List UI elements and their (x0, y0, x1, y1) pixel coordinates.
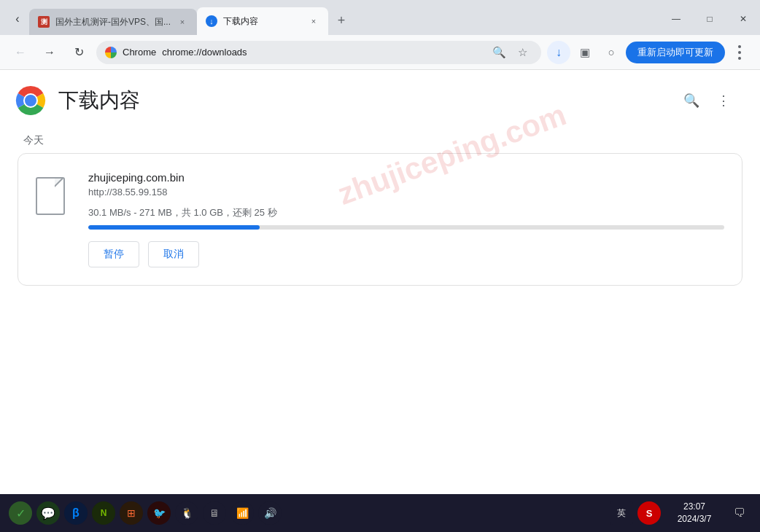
taskbar-mascot-icon[interactable]: 🐧 (175, 501, 198, 525)
taskbar-date: 2024/3/7 (678, 513, 712, 525)
forward-button[interactable]: → (38, 41, 61, 64)
back-button[interactable]: ← (9, 41, 32, 64)
chrome-logo-svg (15, 85, 47, 117)
new-tab-button[interactable]: + (331, 10, 352, 31)
chrome-logo (15, 85, 47, 117)
download-progress-text: 30.1 MB/s - 271 MB，共 1.0 GB，还剩 25 秒 (88, 206, 724, 219)
lang-label: 英 (617, 507, 626, 520)
file-name: zhujiceping.com.bin (88, 171, 724, 184)
address-bar: ← → ↻ Chrome chrome://downloads 🔍 ☆ ↓ ▣ … (0, 35, 760, 70)
sidebar-icon: ▣ (580, 46, 590, 59)
taskbar-grid-icon[interactable]: ⊞ (120, 501, 143, 525)
taskbar-antivirus-icon[interactable]: S (637, 501, 661, 525)
svg-point-2 (25, 95, 36, 106)
taskbar-checkmark-icon[interactable]: ✓ (9, 501, 32, 525)
chevron-left-icon: ‹ (15, 12, 19, 26)
window-controls: — □ ✕ (659, 7, 760, 35)
omnibox-browser-name: Chrome (123, 47, 156, 58)
taskbar-redhat-icon[interactable]: 🐦 (147, 501, 171, 525)
menu-button[interactable] (728, 41, 751, 64)
taskbar-wechat-icon[interactable]: 💬 (36, 501, 60, 525)
tab-active-favicon (206, 15, 217, 27)
bookmark-icon: ☆ (518, 46, 527, 59)
menu-icon (728, 41, 751, 64)
title-bar: ‹ 测 国外主机测评-国外VPS、国... × 下载内容 × + — □ ✕ (0, 0, 760, 35)
update-button[interactable]: 重新启动即可更新 (626, 42, 725, 63)
taskbar-notification-button[interactable]: 🗨 (728, 501, 751, 525)
tab-inactive-title: 国外主机测评-国外VPS、国... (55, 16, 171, 28)
taskbar-nvidia-icon[interactable]: N (92, 501, 115, 525)
tab-inactive-favicon: 测 (38, 16, 50, 28)
page-header-actions: 🔍 ⋮ (678, 87, 737, 114)
taskbar: ✓ 💬 β N ⊞ 🐦 🐧 🖥 📶 🔊 英 S 23:07 2024/3/7 🗨 (0, 494, 760, 532)
taskbar-display-icon[interactable]: 🖥 (203, 501, 226, 525)
omnibox-url: chrome://downloads (162, 47, 483, 58)
close-button[interactable]: ✕ (726, 7, 760, 31)
file-icon-body (36, 177, 65, 215)
antivirus-label: S (646, 508, 653, 519)
taskbar-wifi-icon[interactable]: 📶 (230, 501, 254, 525)
sidebar-button[interactable]: ▣ (573, 41, 597, 64)
omnibox-chrome-logo (105, 47, 117, 58)
page-header-left: 下载内容 (15, 85, 140, 117)
download-info: zhujiceping.com.bin http://38.55.99.158 … (88, 171, 724, 267)
download-icon: ↓ (556, 46, 562, 59)
reload-icon: ↻ (74, 45, 84, 59)
forward-icon: → (44, 46, 55, 59)
file-url: http://38.55.99.158 (88, 187, 724, 197)
taskbar-lang-icon[interactable]: 英 (610, 501, 633, 525)
taskbar-volume-icon[interactable]: 🔊 (258, 501, 282, 525)
file-icon (36, 177, 71, 218)
omnibox-actions: 🔍 ☆ (489, 42, 532, 63)
notification-icon: 🗨 (734, 506, 745, 520)
toolbar-right: ↓ ▣ ○ 重新启动即可更新 (547, 41, 751, 64)
search-button[interactable]: 🔍 (489, 42, 509, 63)
maximize-button[interactable]: □ (693, 7, 726, 31)
plus-icon: + (338, 13, 346, 28)
minimize-button[interactable]: — (659, 7, 693, 31)
file-icon-wrapper (36, 171, 71, 218)
main-content: 下载内容 🔍 ⋮ zhujiceping.com 今天 (0, 70, 760, 494)
page-title: 下载内容 (58, 87, 140, 114)
more-icon: ⋮ (717, 93, 730, 109)
taskbar-bluetooth-icon[interactable]: β (64, 501, 88, 525)
tab-strip-back[interactable]: ‹ (6, 7, 29, 31)
tab-active-close[interactable]: × (308, 15, 319, 27)
more-header-button[interactable]: ⋮ (710, 87, 737, 114)
bookmark-button[interactable]: ☆ (512, 42, 532, 63)
search-header-button[interactable]: 🔍 (678, 87, 705, 114)
pause-button[interactable]: 暂停 (88, 241, 139, 267)
omnibox[interactable]: Chrome chrome://downloads 🔍 ☆ (96, 41, 541, 64)
tab-inactive[interactable]: 测 国外主机测评-国外VPS、国... × (29, 9, 197, 35)
section-label: 今天 (0, 122, 760, 153)
search-icon: 🔍 (492, 46, 506, 59)
file-icon-fold (55, 179, 63, 187)
cancel-button[interactable]: 取消 (148, 241, 199, 267)
tab-active[interactable]: 下载内容 × (197, 7, 328, 35)
profile-button[interactable]: ○ (600, 41, 623, 64)
profile-icon: ○ (608, 46, 614, 58)
download-indicator[interactable]: ↓ (547, 41, 570, 64)
back-icon: ← (15, 46, 26, 59)
taskbar-time-area[interactable]: 23:07 2024/3/7 (665, 501, 724, 525)
reload-button[interactable]: ↻ (67, 41, 90, 64)
download-actions: 暂停 取消 (88, 241, 724, 267)
taskbar-time: 23:07 (683, 501, 705, 513)
progress-bar-fill (88, 225, 260, 230)
tab-active-title: 下载内容 (223, 15, 302, 28)
search-header-icon: 🔍 (683, 93, 699, 109)
watermark-container: zhujiceping.com 今天 zhujiceping.com.bin h… (0, 122, 760, 286)
tab-inactive-close[interactable]: × (177, 16, 188, 28)
download-card: zhujiceping.com.bin http://38.55.99.158 … (18, 153, 742, 286)
progress-bar-container (88, 225, 724, 230)
page-header: 下载内容 🔍 ⋮ (0, 70, 760, 122)
